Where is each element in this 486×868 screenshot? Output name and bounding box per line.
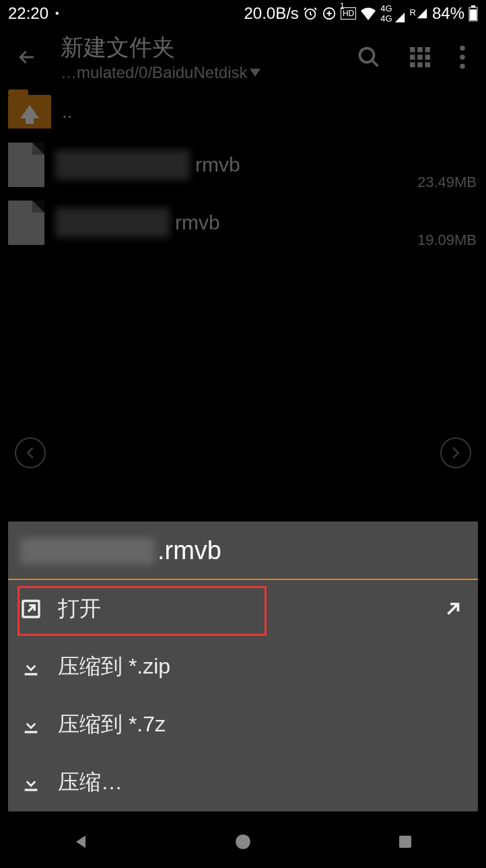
menu-item-compress-zip[interactable]: 压缩到 *.zip	[8, 638, 478, 696]
annotation-highlight	[18, 586, 267, 636]
nav-back-button[interactable]	[69, 830, 92, 853]
svg-rect-7	[417, 47, 423, 52]
folder-up-icon	[8, 95, 51, 129]
back-button[interactable]	[7, 46, 47, 69]
svg-point-15	[460, 46, 465, 51]
svg-point-16	[460, 55, 465, 60]
svg-point-22	[236, 834, 250, 849]
signal-4g-icon: 4G4G	[380, 3, 405, 24]
svg-rect-9	[410, 55, 415, 60]
sheet-filename-redacted	[20, 538, 155, 565]
download-icon	[20, 656, 42, 678]
svg-rect-19	[25, 673, 38, 675]
download-icon	[20, 714, 42, 735]
alarm-icon	[303, 6, 318, 21]
breadcrumb[interactable]: …mulated/0/BaiduNetdisk	[61, 63, 357, 82]
plus-circle-icon	[322, 6, 337, 21]
status-dot: •	[55, 7, 59, 20]
file-list: .. rmvb 23.49MB rmvb 19.09MB	[0, 87, 486, 252]
battery-icon	[468, 5, 478, 22]
file-extension: rmvb	[175, 211, 220, 234]
file-size: 19.09MB	[417, 231, 477, 249]
page-nav	[0, 437, 486, 468]
svg-rect-8	[425, 47, 431, 52]
grid-icon[interactable]	[408, 45, 432, 69]
status-bar: 22:20 • 20.0B/s 1HD 4G4G R 84%	[0, 0, 486, 27]
status-speed: 20.0B/s	[244, 4, 298, 23]
file-icon	[8, 201, 44, 245]
system-nav-bar	[0, 816, 486, 868]
file-row[interactable]: rmvb 19.09MB	[0, 194, 486, 252]
svg-rect-21	[25, 789, 38, 791]
svg-rect-10	[417, 55, 423, 60]
nav-home-button[interactable]	[232, 830, 254, 853]
file-name-redacted	[55, 208, 170, 238]
svg-rect-20	[25, 731, 38, 733]
menu-item-label: 压缩到 *.zip	[58, 652, 170, 682]
svg-rect-23	[399, 836, 411, 848]
parent-folder-label: ..	[62, 101, 73, 122]
menu-item-compress[interactable]: 压缩…	[8, 754, 478, 811]
signal-r-icon: R	[410, 7, 428, 20]
menu-item-label: 压缩到 *.7z	[58, 710, 166, 739]
svg-rect-13	[417, 63, 423, 68]
menu-item-label: 压缩…	[58, 768, 123, 797]
wifi-icon	[360, 7, 376, 20]
parent-folder-row[interactable]: ..	[0, 87, 486, 136]
status-time: 22:20	[8, 4, 48, 23]
file-row[interactable]: rmvb 23.49MB	[0, 136, 486, 194]
battery-percent: 84%	[432, 4, 464, 23]
menu-item-compress-7z[interactable]: 压缩到 *.7z	[8, 696, 478, 754]
app-bar: 新建文件夹 …mulated/0/BaiduNetdisk	[0, 27, 486, 87]
next-button[interactable]	[440, 437, 471, 468]
more-icon[interactable]	[459, 45, 466, 69]
download-icon	[20, 772, 42, 793]
file-icon	[8, 143, 44, 187]
search-icon[interactable]	[357, 45, 381, 69]
svg-rect-12	[410, 63, 415, 68]
svg-point-17	[460, 64, 465, 69]
page-title: 新建文件夹	[61, 32, 357, 63]
sheet-file-extension: .rmvb	[158, 536, 221, 565]
hd-icon: 1HD	[341, 7, 356, 20]
file-size: 23.49MB	[417, 174, 477, 191]
dropdown-icon	[250, 69, 261, 77]
nav-recent-button[interactable]	[394, 830, 417, 853]
arrow-up-right-icon	[443, 599, 463, 619]
svg-rect-11	[425, 55, 431, 60]
svg-rect-6	[410, 47, 415, 52]
svg-point-5	[360, 48, 374, 63]
prev-button[interactable]	[15, 437, 46, 468]
file-name-redacted	[55, 150, 190, 180]
file-extension: rmvb	[195, 153, 240, 176]
context-menu: .rmvb 打开 压缩到 *.zip 压缩到 *.7z 压缩…	[8, 521, 478, 811]
sheet-header: .rmvb	[8, 521, 478, 580]
svg-rect-4	[470, 9, 477, 20]
svg-rect-14	[425, 63, 431, 68]
